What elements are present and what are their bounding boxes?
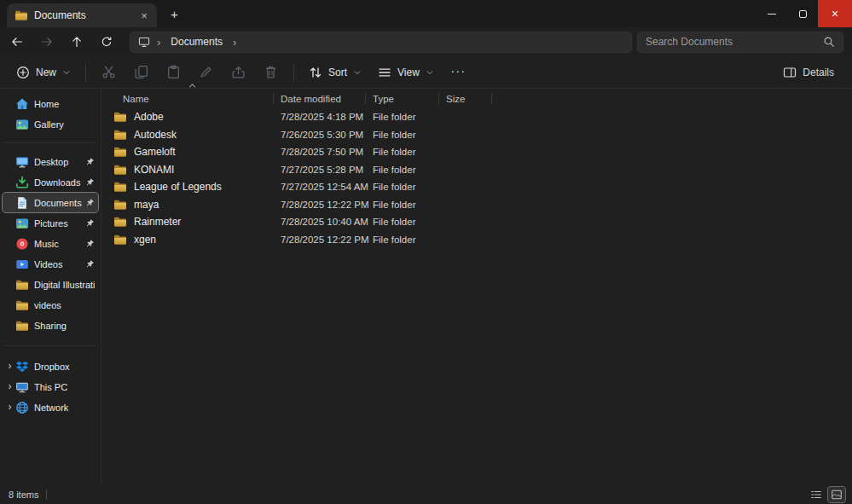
cut-icon	[101, 65, 116, 79]
new-button[interactable]: New	[9, 60, 78, 85]
file-type: File folder	[366, 147, 439, 157]
column-header-name[interactable]: Name	[112, 90, 274, 107]
refresh-button[interactable]	[93, 30, 120, 54]
maximize-button[interactable]	[787, 0, 818, 27]
toolbar-divider	[85, 64, 86, 81]
file-row-konami[interactable]: KONAMI 7/27/2025 5:28 PM File folder	[112, 161, 852, 179]
sidebar-item-dropbox[interactable]: › Dropbox	[3, 356, 98, 376]
sidebar-item-pictures[interactable]: Pictures	[3, 213, 98, 233]
file-row-autodesk[interactable]: Autodesk 7/26/2025 5:30 PM File folder	[112, 126, 852, 144]
file-date: 7/28/2025 10:40 AM	[274, 217, 366, 227]
copy-button[interactable]	[125, 60, 157, 85]
file-date: 7/28/2025 7:50 PM	[274, 147, 366, 157]
address-bar[interactable]: › Documents ›	[130, 32, 632, 53]
pictures-icon	[15, 217, 29, 230]
file-list-pane: Name Date modified Type Size Adobe 7/28/…	[101, 89, 852, 485]
column-header-date-modified[interactable]: Date modified	[274, 90, 366, 107]
file-row-league-of-legends[interactable]: League of Legends 7/27/2025 12:54 AM Fil…	[112, 178, 852, 196]
tab-documents[interactable]: Documents ×	[7, 3, 157, 27]
sidebar-item-digital-illustrations[interactable]: Digital Illustrations	[3, 275, 98, 294]
minimize-button[interactable]	[756, 0, 787, 27]
file-row-gameloft[interactable]: Gameloft 7/28/2025 7:50 PM File folder	[112, 143, 852, 161]
search-placeholder: Search Documents	[646, 36, 733, 48]
sidebar-item-network[interactable]: › Network	[3, 397, 98, 417]
file-name: Autodesk	[134, 129, 177, 141]
sidebar-item-videos-folder[interactable]: videos	[3, 295, 98, 315]
up-button[interactable]	[63, 30, 90, 54]
paste-icon	[166, 65, 181, 79]
share-button[interactable]	[223, 60, 254, 85]
expand-chevron-icon[interactable]: ›	[4, 402, 15, 413]
file-row-rainmeter[interactable]: Rainmeter 7/28/2025 10:40 AM File folder	[112, 213, 852, 231]
file-name: Gameloft	[134, 146, 176, 158]
file-date: 7/28/2025 12:22 PM	[274, 200, 366, 210]
sidebar-item-documents[interactable]: Documents	[3, 193, 98, 212]
file-type: File folder	[366, 217, 439, 227]
refresh-icon	[101, 36, 113, 48]
new-tab-button[interactable]: +	[164, 3, 185, 25]
sidebar-item-home[interactable]: Home	[3, 94, 98, 113]
file-name: xgen	[134, 234, 156, 246]
paste-button[interactable]	[158, 60, 189, 85]
sidebar-item-downloads[interactable]: Downloads	[3, 172, 98, 192]
file-type: File folder	[366, 235, 439, 245]
share-icon	[231, 65, 246, 79]
thumbnail-view-icon	[831, 489, 843, 501]
rename-icon	[199, 65, 213, 79]
maximize-icon	[799, 10, 807, 18]
sidebar-item-gallery[interactable]: Gallery	[3, 114, 98, 134]
dropbox-icon	[15, 360, 29, 374]
file-type: File folder	[366, 112, 439, 122]
titlebar: Documents × + ×	[0, 0, 852, 27]
tab-close-icon[interactable]: ×	[136, 8, 152, 23]
column-header-size[interactable]: Size	[439, 90, 492, 107]
cut-button[interactable]	[93, 60, 125, 85]
details-pane-icon	[783, 66, 797, 79]
chevron-down-icon	[426, 68, 434, 77]
file-date: 7/27/2025 12:54 AM	[274, 182, 366, 192]
thumbnail-view-toggle[interactable]	[828, 487, 845, 502]
sort-label: Sort	[328, 67, 347, 78]
details-view-toggle[interactable]	[808, 487, 825, 502]
file-type: File folder	[366, 130, 439, 140]
back-button[interactable]	[3, 30, 31, 54]
sidebar-item-music[interactable]: Music	[3, 234, 98, 253]
expand-chevron-icon[interactable]: ›	[4, 381, 15, 392]
file-row-maya[interactable]: maya 7/28/2025 12:22 PM File folder	[112, 196, 852, 214]
sort-button[interactable]: Sort	[301, 60, 369, 85]
expand-chevron-icon[interactable]: ›	[4, 361, 15, 372]
file-row-xgen[interactable]: xgen 7/28/2025 12:22 PM File folder	[112, 231, 852, 249]
file-rows: Adobe 7/28/2025 4:18 PM File folder Auto…	[112, 108, 852, 248]
sidebar-item-sharing[interactable]: Sharing	[3, 316, 98, 335]
search-input[interactable]: Search Documents	[637, 32, 843, 53]
delete-button[interactable]	[255, 60, 287, 85]
details-button[interactable]: Details	[775, 60, 842, 85]
file-date: 7/27/2025 5:28 PM	[274, 165, 366, 175]
sidebar-item-this-pc[interactable]: › This PC	[3, 377, 98, 397]
column-header-type[interactable]: Type	[366, 90, 439, 107]
forward-button[interactable]	[33, 30, 61, 54]
pin-icon	[85, 157, 95, 166]
navigation-pane: Home Gallery Desktop Downloads	[0, 89, 101, 485]
desktop-icon	[15, 155, 29, 169]
view-button[interactable]: View	[370, 60, 442, 85]
close-button[interactable]: ×	[818, 0, 852, 27]
status-divider	[46, 490, 47, 500]
gallery-icon	[15, 118, 29, 131]
view-toggles	[808, 487, 845, 502]
folder-icon	[15, 298, 29, 312]
tab-title: Documents	[34, 9, 130, 21]
file-row-adobe[interactable]: Adobe 7/28/2025 4:18 PM File folder	[112, 108, 852, 126]
file-type: File folder	[366, 182, 439, 192]
documents-icon	[15, 196, 29, 210]
more-options-button[interactable]: ···	[443, 60, 474, 85]
file-type: File folder	[366, 165, 439, 175]
sidebar-item-videos[interactable]: Videos	[3, 254, 98, 274]
sidebar-item-desktop[interactable]: Desktop	[3, 152, 98, 171]
view-label: View	[397, 67, 420, 78]
pin-icon	[85, 198, 95, 207]
sidebar-divider	[4, 142, 96, 143]
breadcrumb-item-documents[interactable]: Documents	[167, 35, 226, 49]
monitor-icon	[138, 36, 150, 48]
column-headers: Name Date modified Type Size	[112, 90, 852, 107]
